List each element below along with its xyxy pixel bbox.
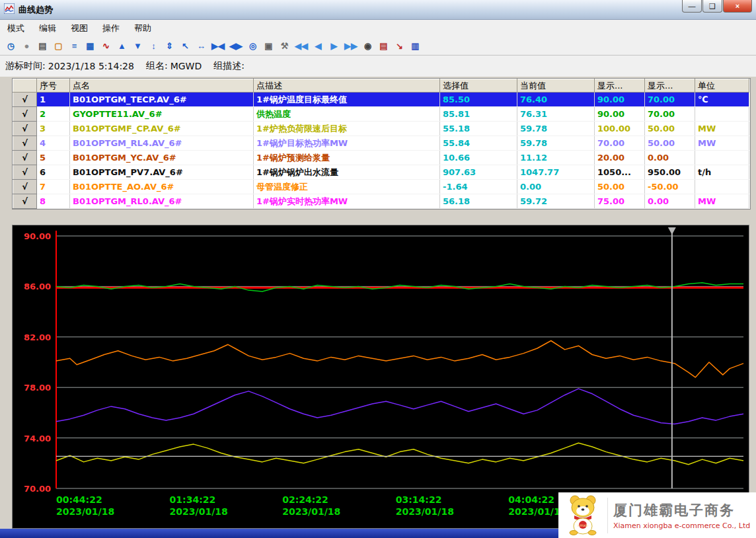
group-name-value: MGWD [170, 61, 202, 71]
cell-point-name: GYOPTTE11.AV_6# [70, 107, 254, 122]
table-row[interactable]: √6B01OPTGM_PV7.AV_6#1#锅炉锅炉出水流量907.631047… [13, 165, 749, 180]
x-tick-date: 2023/01/18 [396, 506, 454, 517]
cell-point-name: B01OPTGM_PV7.AV_6# [70, 165, 254, 180]
cell-selected-value: 85.50 [440, 93, 517, 107]
toolbar-shift-down-icon[interactable]: ▼ [130, 38, 145, 54]
cell-display-min: 950.00 [645, 165, 695, 180]
toolbar-compress-vertical-icon[interactable]: ⇕ [162, 38, 177, 54]
cell-current-value: 1047.77 [517, 165, 595, 180]
col-header-current-value[interactable]: 当前值 [517, 79, 595, 93]
cell-display-max: 90.00 [595, 107, 645, 122]
cell-check[interactable]: √ [13, 93, 37, 107]
cell-unit [695, 151, 749, 165]
cell-display-max: 90.00 [595, 93, 645, 107]
cell-check[interactable]: √ [13, 107, 37, 122]
cell-seq: 8 [37, 194, 70, 209]
maximize-button[interactable]: ❑ [702, 0, 722, 13]
cell-selected-value: 55.84 [440, 136, 517, 151]
toolbar-page-right-icon[interactable]: ▶ [326, 38, 342, 54]
table-row[interactable]: √4B01OPTGM_RL4.AV_6#1#锅炉目标热功率MW55.8459.7… [13, 136, 749, 151]
col-header-point-name[interactable]: 点名 [70, 79, 254, 93]
toolbar-realtime-clock-icon[interactable]: ◷ [3, 38, 19, 54]
toolbar-help-books-icon[interactable]: ▥ [408, 38, 423, 54]
col-header-selected-value[interactable]: 选择值 [440, 79, 517, 93]
toolbar-stretch-vertical-icon[interactable]: ↕ [146, 38, 161, 54]
cell-seq: 4 [37, 136, 70, 151]
cell-unit: MW [695, 136, 749, 151]
cell-current-value: 59.78 [517, 136, 595, 151]
x-tick-time: 01:34:22 [170, 494, 216, 505]
cell-display-max: 50.00 [595, 180, 645, 194]
app-window: 曲线趋势 — ❑ × 模式编辑视图操作帮助 ◷●▤▢≡▦∿▲▼↕⇕↖↔▶◀◀▶◎… [0, 0, 756, 538]
toolbar-new-page-icon[interactable]: ▢ [51, 38, 66, 54]
cell-check[interactable]: √ [13, 122, 37, 136]
cell-display-max: 1050... [595, 165, 645, 180]
cell-point-name: B01OPTTE_AO.AV_6# [70, 180, 254, 194]
table-row[interactable]: √3B01OPTGMF_CP.AV_6#1#炉热负荷限速后目标55.1859.7… [13, 122, 749, 136]
x-tick-date: 2023/01/18 [170, 506, 228, 517]
toolbar-stop-record-icon[interactable]: ● [19, 38, 34, 54]
menu-item-view[interactable]: 视图 [63, 20, 95, 36]
cell-display-max: 100.00 [595, 122, 645, 136]
toolbar-shift-up-icon[interactable]: ▲ [114, 38, 130, 54]
menu-item-help[interactable]: 帮助 [127, 20, 159, 36]
cell-display-max: 75.00 [595, 194, 645, 209]
toolbar-page-left-fast-icon[interactable]: ◀◀ [293, 38, 310, 54]
cell-check[interactable]: √ [13, 194, 37, 209]
points-table-wrap: 序号点名点描述选择值当前值显示...显示...单位√1B01OPTGM_TECP… [12, 78, 751, 210]
cell-seq: 3 [37, 122, 70, 136]
close-button[interactable]: × [723, 0, 752, 13]
cell-display-max: 20.00 [595, 151, 645, 165]
toolbar-zoom-area-icon[interactable]: ◎ [245, 38, 260, 54]
cell-unit [695, 180, 749, 194]
menu-item-mode[interactable]: 模式 [0, 20, 32, 36]
toolbar-export-icon[interactable]: ↘ [392, 38, 407, 54]
x-tick-time: 04:04:22 [508, 494, 554, 505]
toolbar-snapshot-icon[interactable]: ▣ [261, 38, 276, 54]
table-row[interactable]: √1B01OPTGM_TECP.AV_6#1#锅炉温度目标最终值85.5076.… [13, 93, 749, 107]
cell-unit: MW [695, 194, 749, 209]
col-header-display-min[interactable]: 显示... [645, 79, 695, 93]
table-row[interactable]: √2GYOPTTE11.AV_6#供热温度85.8176.3190.0070.0… [13, 107, 749, 122]
minimize-button[interactable]: — [682, 0, 702, 13]
col-header-display-max[interactable]: 显示... [595, 79, 645, 93]
cell-check[interactable]: √ [13, 136, 37, 151]
col-header-point-desc[interactable]: 点描述 [254, 79, 440, 93]
toolbar-curve-chart-icon[interactable]: ∿ [98, 38, 114, 54]
toolbar-page-right-fast-icon[interactable]: ▶▶ [342, 38, 359, 54]
cell-unit: t/h [695, 165, 749, 180]
cell-check[interactable]: √ [13, 180, 37, 194]
col-header-seq[interactable]: 序号 [37, 79, 70, 93]
cell-display-max: 70.00 [595, 136, 645, 151]
col-header-check[interactable] [13, 79, 37, 93]
toolbar-time-compress-icon[interactable]: ▶◀ [209, 38, 227, 54]
watermark-company-en: Xiamen xiongba e-commerce Co., Ltd [613, 521, 750, 530]
app-icon [4, 3, 15, 17]
cell-point-desc: 1#炉热负荷限速后目标 [254, 122, 440, 136]
col-header-unit[interactable]: 单位 [695, 79, 749, 93]
cell-check[interactable]: √ [13, 151, 37, 165]
table-row[interactable]: √8B01OPTGM_RL0.AV_6#1#锅炉实时热功率MW56.1859.7… [13, 194, 749, 209]
toolbar-select-cursor-icon[interactable]: ↖ [178, 38, 193, 54]
toolbar-tools-icon[interactable]: ⚒ [277, 38, 292, 54]
toolbar-print-icon[interactable]: ▤ [35, 38, 50, 54]
menu-item-operate[interactable]: 操作 [95, 20, 127, 36]
toolbar-report-print-icon[interactable]: ▤ [376, 38, 391, 54]
table-row[interactable]: √5B01OPTGM_YC.AV_6#1#锅炉预测给浆量10.6611.1220… [13, 151, 749, 165]
cell-selected-value: 10.66 [440, 151, 517, 165]
cell-display-min: 70.00 [645, 107, 695, 122]
cell-check[interactable]: √ [13, 165, 37, 180]
toolbar-data-table-icon[interactable]: ▦ [83, 38, 98, 54]
menu-item-edit[interactable]: 编辑 [32, 20, 63, 36]
table-row[interactable]: √7B01OPTTE_AO.AV_6#母管温度修正-1.640.0050.00-… [13, 180, 749, 194]
toolbar-page-left-icon[interactable]: ◀ [311, 38, 326, 54]
svg-text:xmxb: xmxb [578, 523, 589, 527]
toolbar-time-expand-icon[interactable]: ◀▶ [227, 38, 245, 54]
titlebar[interactable]: 曲线趋势 — ❑ × [0, 0, 756, 20]
cell-current-value: 59.78 [517, 122, 595, 136]
toolbar-point-list-icon[interactable]: ≡ [67, 38, 82, 54]
vendor-watermark: xmxb 厦门雄霸电子商务 Xiamen xiongba e-commerce … [558, 492, 756, 538]
toolbar-find-icon[interactable]: ◉ [360, 38, 375, 54]
mascot-logo: xmxb [562, 493, 603, 538]
toolbar-stretch-horizontal-icon[interactable]: ↔ [194, 38, 209, 54]
